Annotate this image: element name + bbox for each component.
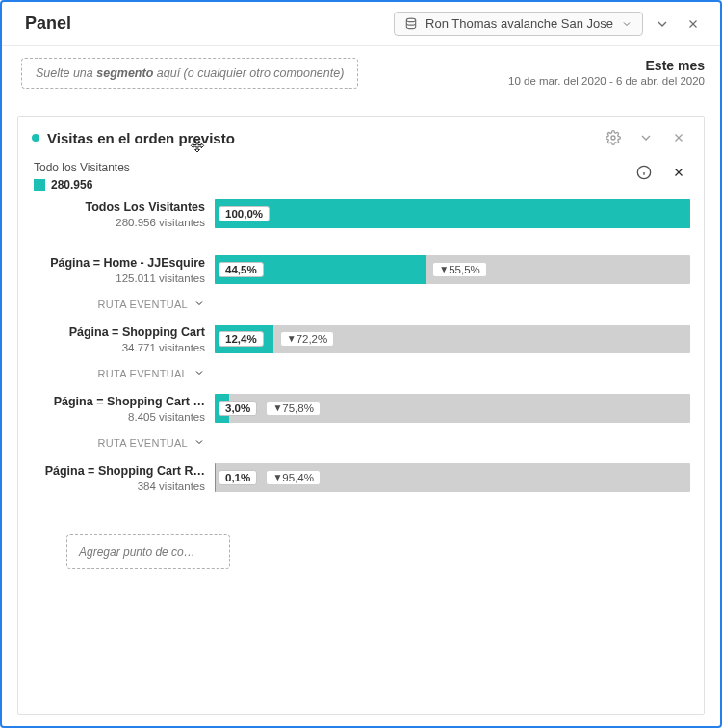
step-bar-wrap: 3,0%▼75,8% <box>215 394 690 457</box>
step-pct-tag: 44,5% <box>219 262 264 277</box>
step-bar-wrap: 12,4%▼72,2% <box>215 325 690 388</box>
step-visitors: 34.771 visitantes <box>122 342 205 353</box>
step-path-label: RUTA EVENTUAL <box>97 368 188 379</box>
card-titlebar: Visitas en el orden previsto <box>18 117 704 155</box>
card-body: Todo los Visitantes 280.956 Todos Los Vi… <box>18 155 704 714</box>
date-range[interactable]: Este mes 10 de mar. del 2020 - 6 de abr.… <box>508 58 705 87</box>
step-path-selector[interactable]: RUTA EVENTUAL <box>97 298 205 311</box>
step-labels: Página = Shopping Cart34.771 visitantesR… <box>32 325 215 388</box>
step-drop-tag: ▼72,2% <box>280 331 335 347</box>
legend-value: 280.956 <box>51 178 92 192</box>
chevron-down-icon <box>193 298 205 311</box>
date-range-name: Este mes <box>508 58 705 73</box>
fallout-step: Página = Home - JJEsquire125.011 visitan… <box>32 255 690 319</box>
segment-dropzone[interactable]: Suelte una segmento aquí (o cualquier ot… <box>21 58 358 89</box>
caret-down-icon: ▼ <box>287 333 297 344</box>
segment-dropzone-text-post: aquí (o cualquier otro componente) <box>153 66 344 80</box>
segment-dropzone-text-pre: Suelte una <box>36 66 96 80</box>
fallout-steps: Todos Los Visitantes280.956 visitantes10… <box>32 199 690 519</box>
fallout-step: Página = Shopping Cart R…384 visitantes0… <box>32 463 690 513</box>
chevron-down-icon <box>193 436 205 450</box>
gear-icon[interactable] <box>602 126 625 149</box>
fallout-step: Página = Shopping Cart34.771 visitantesR… <box>32 325 690 388</box>
panel-title: Panel <box>25 13 71 34</box>
step-labels: Página = Home - JJEsquire125.011 visitan… <box>32 255 215 319</box>
step-name[interactable]: Todos Los Visitantes <box>85 199 205 215</box>
step-path-label: RUTA EVENTUAL <box>97 299 188 310</box>
card-title[interactable]: Visitas en el orden previsto <box>47 130 235 146</box>
add-touchpoint-dropzone[interactable]: Agregar punto de co… <box>66 534 230 569</box>
step-name[interactable]: Página = Shopping Cart <box>69 325 205 340</box>
step-bar[interactable]: 3,0%▼75,8% <box>215 394 690 423</box>
svg-point-0 <box>406 18 415 22</box>
step-drop-tag: ▼95,4% <box>266 470 321 485</box>
step-drop-value: 55,5% <box>449 264 480 275</box>
step-drop-value: 75,8% <box>282 403 314 414</box>
legend-series-label: Todo los Visitantes <box>34 161 130 174</box>
fallout-step: Todos Los Visitantes280.956 visitantes10… <box>32 199 690 249</box>
step-labels: Página = Shopping Cart …8.405 visitantes… <box>32 394 215 457</box>
card-close-button[interactable] <box>667 126 690 149</box>
report-suite-label: Ron Thomas avalanche San Jose <box>425 16 613 31</box>
legend-close-button[interactable] <box>667 161 690 184</box>
step-bar-fill <box>215 199 690 228</box>
step-pct-tag: 100,0% <box>219 206 270 221</box>
fallout-step: Página = Shopping Cart …8.405 visitantes… <box>32 394 690 457</box>
card-collapse-toggle[interactable] <box>634 126 658 149</box>
viz-type-dot <box>32 134 39 142</box>
step-spacer <box>215 429 690 457</box>
database-icon <box>404 17 418 31</box>
chevron-down-icon <box>621 18 632 30</box>
legend-row: Todo los Visitantes 280.956 <box>34 161 690 192</box>
legend-left: Todo los Visitantes 280.956 <box>34 161 130 192</box>
step-bar[interactable]: 12,4%▼72,2% <box>215 325 690 353</box>
legend-swatch <box>34 179 45 191</box>
fallout-card: Visitas en el orden previsto <box>17 116 705 715</box>
legend-right <box>632 161 690 184</box>
step-drop-tag: ▼75,8% <box>266 401 321 416</box>
step-bar-wrap: 44,5%▼55,5% <box>215 255 690 319</box>
caret-down-icon: ▼ <box>439 264 449 274</box>
step-visitors: 384 visitantes <box>138 481 205 492</box>
panel-root: Panel Ron Thomas avalanche San Jose <box>0 0 722 728</box>
card-actions <box>602 126 690 149</box>
step-labels: Todos Los Visitantes280.956 visitantes <box>32 199 215 249</box>
step-drop-value: 95,4% <box>282 472 314 483</box>
step-name[interactable]: Página = Shopping Cart … <box>54 394 205 409</box>
step-bar[interactable]: 44,5%▼55,5% <box>215 255 690 284</box>
step-name[interactable]: Página = Home - JJEsquire <box>50 255 205 271</box>
step-drop-value: 72,2% <box>297 333 328 345</box>
panel-header: Panel Ron Thomas avalanche San Jose <box>2 2 720 46</box>
chevron-down-icon <box>193 367 205 380</box>
caret-down-icon: ▼ <box>272 403 282 413</box>
step-labels: Página = Shopping Cart R…384 visitantes <box>32 463 215 513</box>
svg-point-3 <box>611 136 615 140</box>
legend-swatch-row: 280.956 <box>34 178 130 192</box>
panel-close-button[interactable] <box>682 13 705 36</box>
header-right: Ron Thomas avalanche San Jose <box>394 12 705 36</box>
step-spacer <box>215 498 690 513</box>
step-path-label: RUTA EVENTUAL <box>97 437 188 449</box>
step-spacer <box>215 290 690 319</box>
add-touchpoint-label: Agregar punto de co… <box>79 545 195 559</box>
step-path-selector[interactable]: RUTA EVENTUAL <box>97 367 205 380</box>
step-name[interactable]: Página = Shopping Cart R… <box>45 463 205 479</box>
step-drop-tag: ▼55,5% <box>432 262 487 277</box>
step-pct-tag: 3,0% <box>219 401 257 416</box>
step-bar-wrap: 0,1%▼95,4% <box>215 463 690 513</box>
step-path-selector[interactable]: RUTA EVENTUAL <box>97 436 205 450</box>
step-bar[interactable]: 0,1%▼95,4% <box>215 463 690 492</box>
under-header: Suelte una segmento aquí (o cualquier ot… <box>2 46 720 92</box>
segment-dropzone-text-em: segmento <box>96 66 153 80</box>
step-spacer <box>215 234 690 249</box>
date-range-dates: 10 de mar. del 2020 - 6 de abr. del 2020 <box>508 75 705 87</box>
report-suite-selector[interactable]: Ron Thomas avalanche San Jose <box>394 12 643 36</box>
card-title-wrap: Visitas en el orden previsto <box>32 130 235 146</box>
panel-collapse-toggle[interactable] <box>651 13 674 36</box>
step-bar[interactable]: 100,0% <box>215 199 690 228</box>
step-visitors: 8.405 visitantes <box>128 411 205 423</box>
info-icon[interactable] <box>632 161 656 184</box>
step-pct-tag: 0,1% <box>219 470 257 485</box>
step-bar-wrap: 100,0% <box>215 199 690 249</box>
step-spacer <box>215 359 690 388</box>
